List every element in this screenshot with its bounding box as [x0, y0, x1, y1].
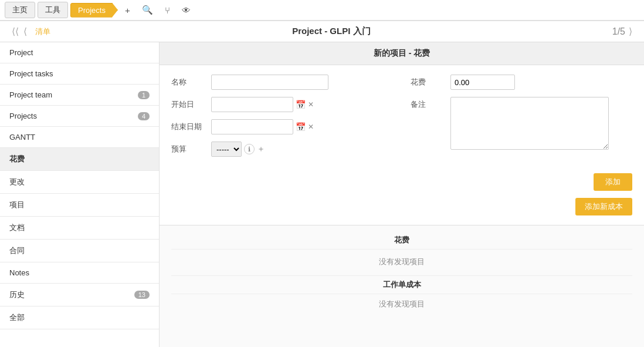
sidebar-label-documents: 文档: [9, 223, 25, 233]
projects-badge: 4: [138, 112, 150, 120]
sidebar-item-all[interactable]: 全部: [0, 306, 159, 329]
sidebar-label-projects: Projects: [9, 112, 37, 120]
sidebar-label-gantt: GANTT: [9, 133, 35, 142]
form-grid: 名称 开始日 📅 ✕: [171, 75, 632, 157]
sidebar-label-project-team: Project team: [9, 90, 52, 99]
start-date-input[interactable]: [211, 97, 293, 112]
budget-row: 预算 ----- ℹ ＋: [171, 142, 393, 157]
sidebar-item-project[interactable]: Project: [0, 42, 159, 63]
form-left-col: 名称 开始日 📅 ✕: [171, 75, 393, 157]
remarks-textarea[interactable]: [450, 97, 609, 150]
back-button[interactable]: ⟨: [23, 26, 27, 37]
sidebar-item-contract[interactable]: 合同: [0, 240, 159, 262]
end-date-field: 📅 ✕: [211, 119, 314, 134]
form-right-col: 花费 备注: [411, 75, 632, 157]
top-navigation: 主页 工具 Projects + 🔍 ⑂ 👁: [0, 0, 644, 21]
budget-label: 预算: [171, 142, 206, 154]
sidebar-item-project-tasks[interactable]: Project tasks: [0, 63, 159, 85]
form-body: 名称 开始日 📅 ✕: [160, 65, 644, 166]
list-link[interactable]: 清单: [35, 26, 50, 37]
start-date-clear-icon[interactable]: ✕: [308, 100, 314, 109]
name-label: 名称: [171, 75, 206, 87]
add-new-cost-button[interactable]: 添加新成本: [575, 198, 632, 215]
add-new-cost-wrapper: 添加新成本: [160, 198, 644, 225]
sidebar-label-project: Project: [9, 48, 33, 57]
end-date-row: 结束日期 📅 ✕: [171, 119, 393, 134]
cost-section: 花费 没有发现项目 工作单成本 没有发现项目: [160, 225, 644, 320]
cost-section-title: 花费: [171, 231, 632, 250]
back-first-button[interactable]: ⟨⟨: [12, 26, 19, 37]
start-date-field: 📅 ✕: [211, 97, 314, 112]
remarks-label: 备注: [411, 97, 446, 110]
sidebar-item-notes[interactable]: Notes: [0, 262, 159, 284]
pagination-text: 1/5: [612, 26, 625, 37]
sidebar-label-project-tasks: Project tasks: [9, 69, 53, 78]
add-button[interactable]: 添加: [594, 173, 632, 191]
end-date-clear-icon[interactable]: ✕: [308, 123, 314, 131]
cost-row: 花费: [411, 75, 632, 90]
sidebar: Project Project tasks Project team 1 Pro…: [0, 42, 160, 347]
sidebar-item-cost[interactable]: 花费: [0, 148, 159, 171]
remarks-row: 备注: [411, 97, 632, 150]
pagination: 1/5 ⟩: [612, 26, 632, 37]
work-cost-empty-msg: 没有发现项目: [171, 294, 632, 314]
right-content: 新的项目 - 花费 名称 开始日: [160, 42, 644, 347]
work-cost-title: 工作单成本: [171, 275, 632, 294]
search-icon[interactable]: 🔍: [137, 2, 158, 18]
cost-empty-msg: 没有发现项目: [171, 252, 632, 272]
breadcrumb-nav: ⟨⟨ ⟨ 清单: [12, 26, 50, 37]
budget-add-icon[interactable]: ＋: [257, 144, 265, 154]
sidebar-item-projects[interactable]: Projects 4: [0, 106, 159, 127]
end-date-input[interactable]: [211, 119, 293, 134]
form-buttons: 添加: [160, 166, 644, 198]
plus-icon[interactable]: +: [120, 3, 135, 18]
cost-label: 花费: [411, 75, 446, 87]
cost-input[interactable]: [450, 75, 515, 90]
name-row: 名称: [171, 75, 393, 90]
form-title: 新的项目 - 花费: [160, 42, 644, 65]
sidebar-item-history[interactable]: 历史 13: [0, 284, 159, 306]
projects-button[interactable]: Projects: [70, 3, 118, 18]
sidebar-item-gantt[interactable]: GANTT: [0, 127, 159, 148]
sidebar-item-project-items[interactable]: 项目: [0, 194, 159, 217]
project-team-badge: 1: [138, 91, 150, 99]
tools-button[interactable]: 工具: [38, 2, 68, 18]
sidebar-label-contract: 合同: [9, 245, 25, 256]
start-date-label: 开始日: [171, 97, 206, 110]
budget-info-icon[interactable]: ℹ: [244, 144, 255, 154]
sidebar-item-documents[interactable]: 文档: [0, 217, 159, 240]
history-badge: 13: [134, 291, 150, 299]
sidebar-label-cost: 花费: [9, 154, 25, 164]
page-header: ⟨⟨ ⟨ 清单 Project - GLPI 入门 1/5 ⟩: [0, 21, 644, 42]
sidebar-label-project-items: 项目: [9, 200, 25, 210]
sidebar-item-project-team[interactable]: Project team 1: [0, 85, 159, 106]
sidebar-label-history: 历史: [9, 289, 25, 300]
start-date-row: 开始日 📅 ✕: [171, 97, 393, 112]
eye-icon[interactable]: 👁: [177, 3, 195, 18]
budget-select[interactable]: -----: [211, 142, 242, 157]
end-date-calendar-icon[interactable]: 📅: [296, 122, 306, 132]
end-date-label: 结束日期: [171, 119, 206, 132]
sidebar-label-all: 全部: [9, 312, 25, 323]
branch-icon[interactable]: ⑂: [160, 3, 175, 18]
home-button[interactable]: 主页: [5, 2, 35, 18]
page-title: Project - GLPI 入门: [50, 26, 612, 37]
sidebar-item-change[interactable]: 更改: [0, 171, 159, 194]
next-button[interactable]: ⟩: [629, 26, 632, 37]
form-section: 新的项目 - 花费 名称 开始日: [160, 42, 644, 225]
start-date-calendar-icon[interactable]: 📅: [296, 100, 306, 109]
main-layout: Project Project tasks Project team 1 Pro…: [0, 42, 644, 347]
sidebar-label-change: 更改: [9, 177, 25, 187]
budget-field: ----- ℹ ＋: [211, 142, 265, 157]
name-input[interactable]: [211, 75, 328, 90]
sidebar-label-notes: Notes: [9, 268, 29, 277]
